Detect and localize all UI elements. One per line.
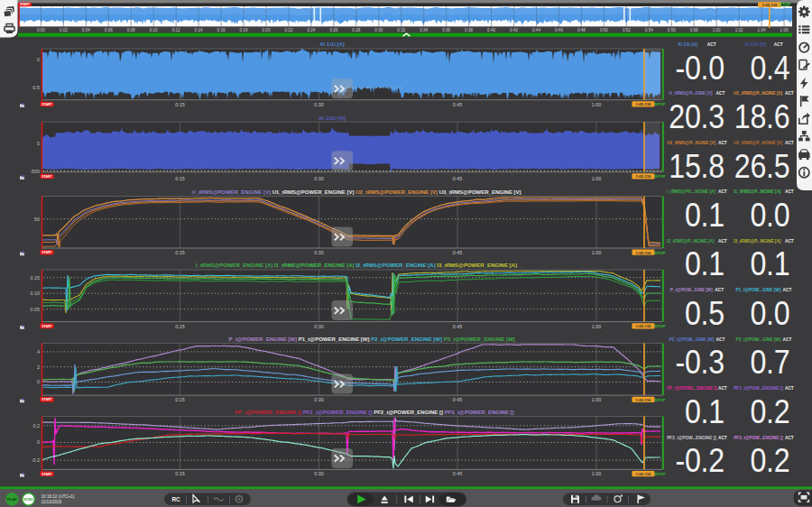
svg-text:1:05.110: 1:05.110: [635, 324, 651, 328]
svg-text:0: 0: [37, 379, 40, 384]
svg-text:26.5: 26.5: [734, 146, 790, 184]
svg-text:0:15: 0:15: [175, 397, 185, 402]
svg-text:ACT: ACT: [783, 288, 792, 292]
svg-text:0.2: 0.2: [750, 392, 789, 429]
svg-text:0:06: 0:06: [105, 28, 113, 32]
svg-text:0.05: 0.05: [31, 307, 41, 312]
svg-text:0:15: 0:15: [175, 250, 185, 255]
svg-text:ACT: ACT: [707, 42, 716, 47]
svg-text:0:44: 0:44: [532, 28, 540, 32]
svg-text:0:30: 0:30: [314, 471, 324, 476]
svg-text:U1_tRMS@P...NGINE [V]: U1_tRMS@P...NGINE [V]: [734, 91, 782, 96]
svg-text:ACT: ACT: [785, 141, 794, 145]
svg-text:ACT: ACT: [718, 436, 727, 440]
svg-text:0:45: 0:45: [453, 471, 463, 476]
svg-text:0:38: 0:38: [465, 28, 473, 32]
svg-text:0:30: 0:30: [314, 250, 324, 255]
svg-text:I2_tRMS@P...NGINE [A]: I2_tRMS@P...NGINE [A]: [667, 239, 715, 244]
svg-text:15.8: 15.8: [669, 146, 724, 184]
svg-text:0:14: 0:14: [195, 28, 203, 32]
svg-text:0:45: 0:45: [453, 102, 463, 107]
svg-text:1:02: 1:02: [735, 28, 743, 32]
svg-text:ACT: ACT: [716, 337, 725, 342]
svg-text:0:15: 0:15: [175, 471, 185, 476]
svg-text:STOP: STOP: [655, 102, 666, 106]
svg-text:START: START: [42, 251, 52, 254]
svg-text:0:52: 0:52: [623, 28, 631, 32]
svg-text:PF2_t@POW...ENGINE []: PF2_t@POW...ENGINE []: [667, 436, 716, 440]
svg-text:0:45: 0:45: [453, 397, 463, 402]
svg-text:ACT: ACT: [718, 141, 727, 145]
svg-text:AI 1/1U [V]: AI 1/1U [V]: [318, 115, 346, 121]
svg-text:0.10: 0.10: [31, 290, 41, 296]
svg-text:0:28: 0:28: [352, 28, 360, 32]
svg-text:ACT: ACT: [718, 189, 727, 194]
svg-text:0:45: 0:45: [453, 176, 463, 181]
svg-text:1:00: 1:00: [592, 102, 602, 107]
svg-text:0.1: 0.1: [685, 244, 724, 282]
svg-text:PF_t@POWER_ENGINE [] PF1_t@POW: PF_t@POWER_ENGINE [] PF1_t@POWER_ENGINE …: [235, 410, 513, 415]
svg-text:0:15: 0:15: [175, 324, 185, 329]
svg-text:0.15: 0.15: [31, 275, 41, 281]
svg-text:-0.3: -0.3: [675, 343, 724, 381]
svg-text:0:00: 0:00: [37, 28, 45, 32]
svg-text:0:30: 0:30: [374, 28, 383, 32]
svg-text:P2_t@POW...GINE [W]: P2_t@POW...GINE [W]: [669, 337, 715, 342]
svg-text:STOP: STOP: [780, 3, 790, 7]
svg-text:18.6: 18.6: [734, 97, 790, 135]
svg-text:-0.5: -0.5: [32, 85, 40, 90]
svg-text:1:00: 1:00: [592, 324, 602, 329]
svg-text:0:30: 0:30: [314, 176, 324, 181]
svg-text:SYNC: SYNC: [23, 497, 33, 502]
svg-text:0:30: 0:30: [314, 397, 324, 402]
svg-text:START: START: [42, 175, 52, 179]
svg-text:RC: RC: [171, 496, 180, 502]
svg-text:0:34: 0:34: [420, 28, 428, 32]
svg-text:0:24: 0:24: [307, 28, 315, 32]
svg-text:0:10: 0:10: [150, 28, 158, 32]
svg-text:ACT: ACT: [718, 239, 727, 244]
svg-text:START: START: [42, 473, 52, 476]
svg-text:U_tRMS@P...GINE [V]: U_tRMS@P...GINE [V]: [669, 91, 713, 96]
svg-text:I1_tRMS@P...NGINE [A]: I1_tRMS@P...NGINE [A]: [734, 189, 781, 194]
svg-text:-500: -500: [30, 169, 40, 174]
svg-text:1:05.110: 1:05.110: [635, 398, 651, 402]
svg-text:0:48: 0:48: [577, 28, 586, 32]
svg-text:0:40: 0:40: [487, 28, 495, 32]
svg-text:0.2: 0.2: [33, 423, 41, 429]
svg-text:ACT: ACT: [716, 91, 725, 96]
svg-text:10:16:12 (UTC+1): 10:16:12 (UTC+1): [42, 494, 75, 499]
svg-text:I3_tRMS@P...NGINE [A]: I3_tRMS@P...NGINE [A]: [734, 239, 781, 244]
svg-text:0:30: 0:30: [314, 102, 324, 107]
svg-text:4: 4: [37, 349, 40, 355]
svg-text:P1_t@POW...GINE [W]: P1_t@POW...GINE [W]: [736, 288, 781, 292]
svg-text:0.1: 0.1: [750, 244, 789, 282]
svg-text:STOP: STOP: [655, 398, 666, 402]
svg-text:U2_tRMS@P...NGINE [V]: U2_tRMS@P...NGINE [V]: [667, 141, 715, 145]
svg-text:20.3: 20.3: [669, 97, 724, 135]
svg-text:STOP: STOP: [655, 174, 666, 179]
svg-text:-0.0: -0.0: [675, 48, 724, 86]
svg-text:0:02: 0:02: [60, 28, 68, 32]
svg-text:1:05.110: 1:05.110: [635, 251, 651, 255]
svg-text:I_tRMS@POWER_ENGINE [A] I1_tRM: I_tRMS@POWER_ENGINE [A] I1_tRMS@POWER_EN…: [196, 263, 517, 268]
svg-text:I_tRMS@PO...NGINE [A]: I_tRMS@PO...NGINE [A]: [667, 189, 715, 194]
svg-text:0.5: 0.5: [685, 294, 724, 332]
svg-text:0: 0: [37, 57, 40, 62]
svg-text:0.4: 0.4: [750, 48, 789, 86]
svg-text:0.1: 0.1: [685, 392, 724, 429]
svg-text:0:45: 0:45: [453, 250, 463, 255]
svg-text:0:16: 0:16: [217, 28, 226, 32]
svg-text:0:58: 0:58: [690, 28, 698, 32]
svg-text:PLAY: PLAY: [7, 497, 17, 502]
svg-text:1:04: 1:04: [758, 28, 766, 32]
svg-text:0:26: 0:26: [329, 28, 337, 32]
svg-text:11/13/2019: 11/13/2019: [42, 500, 62, 504]
svg-text:0:15: 0:15: [175, 102, 185, 107]
svg-text:0:15: 0:15: [175, 176, 185, 181]
svg-text:ACT: ACT: [785, 239, 794, 244]
svg-text:0:42: 0:42: [510, 28, 518, 32]
svg-text:0:56: 0:56: [668, 28, 676, 32]
svg-text:0:36: 0:36: [442, 28, 450, 32]
svg-text:-0.2: -0.2: [32, 457, 40, 463]
